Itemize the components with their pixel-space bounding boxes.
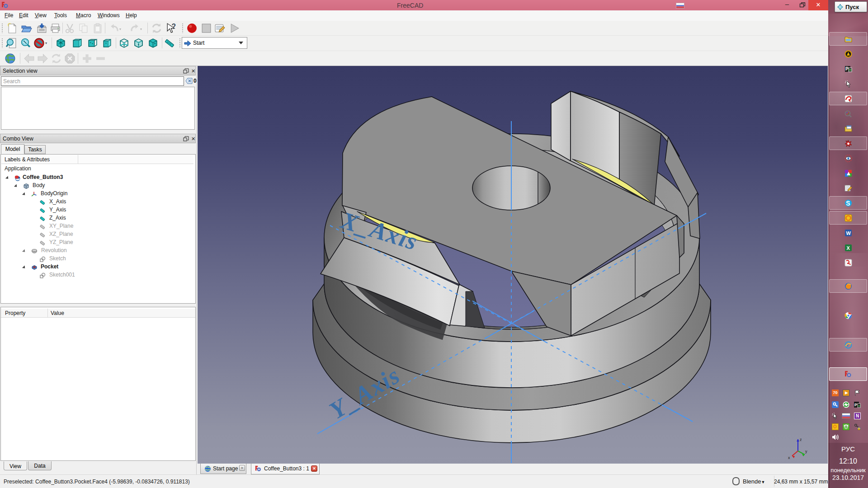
svg-text:?: ? bbox=[172, 23, 176, 30]
svg-text:X: X bbox=[846, 245, 850, 251]
svg-text:x: x bbox=[788, 455, 790, 460]
svg-text:W: W bbox=[846, 230, 851, 236]
svg-text:P: P bbox=[845, 66, 849, 71]
svg-text:P: P bbox=[854, 403, 857, 407]
svg-text:e: e bbox=[847, 343, 849, 347]
svg-text:m: m bbox=[849, 68, 852, 71]
svg-text:y: y bbox=[805, 449, 807, 454]
svg-text:m: m bbox=[858, 404, 860, 407]
svg-text:z: z bbox=[800, 437, 802, 442]
